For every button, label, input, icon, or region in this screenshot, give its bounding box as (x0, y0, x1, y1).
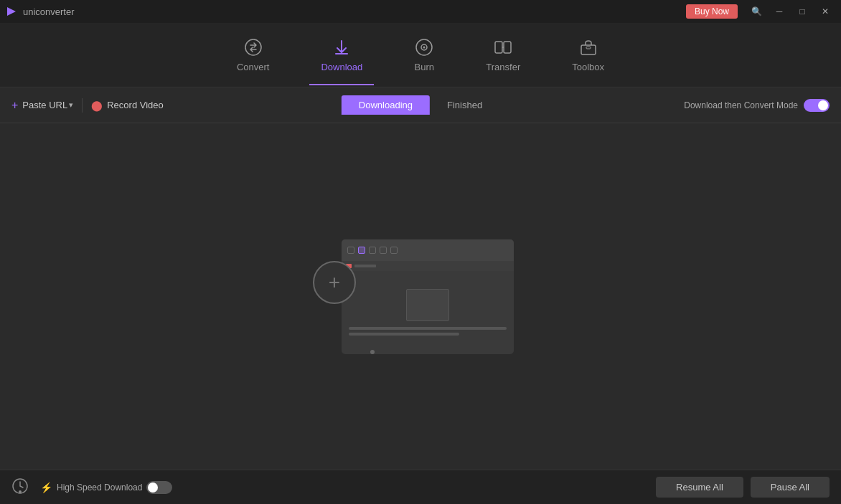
mode-toggle-switch[interactable] (804, 99, 830, 112)
browser-dot-5 (390, 247, 398, 254)
browser-dot-3 (369, 247, 376, 254)
titlebar-controls: Buy Now 🔍 ─ □ ✕ (686, 3, 835, 20)
footer-left: ⚡ High Speed Download (11, 477, 172, 498)
high-speed-toggle[interactable] (146, 481, 172, 494)
close-icon: ✕ (822, 6, 829, 16)
record-icon: ⬤ (91, 100, 103, 111)
toggle-knob (818, 100, 828, 110)
svg-marker-0 (7, 7, 16, 16)
transfer-label: Transfer (486, 62, 520, 72)
tab-finished-label: Finished (447, 100, 482, 110)
mode-toggle: Download then Convert Mode (684, 99, 830, 112)
high-speed-label: High Speed Download (57, 482, 142, 493)
toolbar: + Paste URL ▾ ⬤ Record Video Downloading… (0, 87, 841, 123)
nav-item-convert[interactable]: Convert (225, 32, 281, 78)
bolt-icon: ⚡ (40, 482, 52, 493)
app-title: uniconverter (23, 6, 75, 17)
search-button[interactable]: 🔍 (746, 3, 766, 20)
empty-state: + (313, 232, 528, 361)
add-content-button[interactable]: + (313, 261, 356, 304)
burn-label: Burn (415, 62, 434, 72)
high-speed-download: ⚡ High Speed Download (40, 481, 172, 494)
plus-icon: + (11, 99, 18, 112)
paste-url-label: Paste URL (22, 100, 67, 110)
record-video-label: Record Video (107, 100, 164, 110)
search-icon: 🔍 (751, 6, 762, 16)
tabs: Downloading Finished (342, 95, 499, 115)
footer: ⚡ High Speed Download Resume All Pause A… (0, 470, 841, 504)
buy-now-button[interactable]: Buy Now (686, 4, 738, 19)
download-label: Download (321, 62, 362, 72)
tab-downloading[interactable]: Downloading (342, 95, 430, 115)
nav-item-burn[interactable]: Burn (403, 32, 446, 78)
nav-item-toolbox[interactable]: Toolbox (560, 32, 616, 78)
main-content: + (0, 123, 841, 470)
browser-line-1 (349, 327, 507, 330)
schedule-button[interactable] (11, 477, 29, 498)
convert-label: Convert (237, 62, 270, 72)
convert-icon (243, 37, 263, 57)
toolbox-label: Toolbox (572, 62, 604, 72)
minimize-icon: ─ (776, 6, 783, 16)
svg-point-10 (19, 490, 22, 493)
browser-dot-2 (358, 247, 365, 254)
browser-dot-4 (380, 247, 387, 254)
browser-line-2 (349, 333, 459, 336)
toolbar-divider (82, 98, 83, 113)
titlebar: uniconverter Buy Now 🔍 ─ □ ✕ (0, 0, 841, 23)
tab-finished[interactable]: Finished (430, 95, 499, 115)
svg-rect-6 (504, 42, 511, 53)
svg-rect-8 (586, 47, 591, 49)
pause-all-button[interactable]: Pause All (751, 477, 830, 498)
svg-point-4 (423, 47, 426, 49)
browser-small-dot (370, 350, 375, 354)
high-speed-toggle-knob (148, 482, 158, 493)
transfer-icon (493, 37, 513, 57)
titlebar-left: uniconverter (6, 6, 75, 17)
tab-downloading-label: Downloading (359, 100, 413, 110)
navbar: Convert Download Burn Tran (0, 23, 841, 87)
add-plus-icon: + (329, 272, 340, 293)
browser-text-lines (349, 327, 507, 336)
paste-url-dropdown-arrow[interactable]: ▾ (69, 100, 73, 110)
nav-item-transfer[interactable]: Transfer (474, 32, 532, 78)
browser-thumbnail (406, 289, 449, 321)
burn-icon (414, 37, 434, 57)
download-icon (332, 37, 352, 57)
toolbox-icon (578, 37, 598, 57)
browser-body (342, 271, 514, 354)
svg-rect-5 (495, 42, 502, 53)
paste-url-button[interactable]: + Paste URL (11, 99, 67, 112)
restore-button[interactable]: □ (792, 3, 812, 20)
nav-item-download[interactable]: Download (309, 32, 374, 78)
resume-all-button[interactable]: Resume All (656, 477, 743, 498)
browser-dot-1 (347, 247, 354, 254)
browser-illustration (342, 239, 514, 354)
footer-right: Resume All Pause All (656, 477, 830, 498)
svg-point-1 (245, 39, 261, 55)
subbar-line (354, 265, 376, 267)
browser-subbar (342, 261, 514, 271)
close-button[interactable]: ✕ (815, 3, 835, 20)
mode-toggle-label: Download then Convert Mode (684, 100, 798, 110)
app-logo-icon (6, 6, 17, 17)
minimize-button[interactable]: ─ (769, 3, 789, 20)
restore-icon: □ (799, 6, 804, 16)
schedule-icon (11, 477, 29, 495)
record-video-button[interactable]: ⬤ Record Video (91, 100, 164, 111)
browser-topbar (342, 239, 514, 261)
